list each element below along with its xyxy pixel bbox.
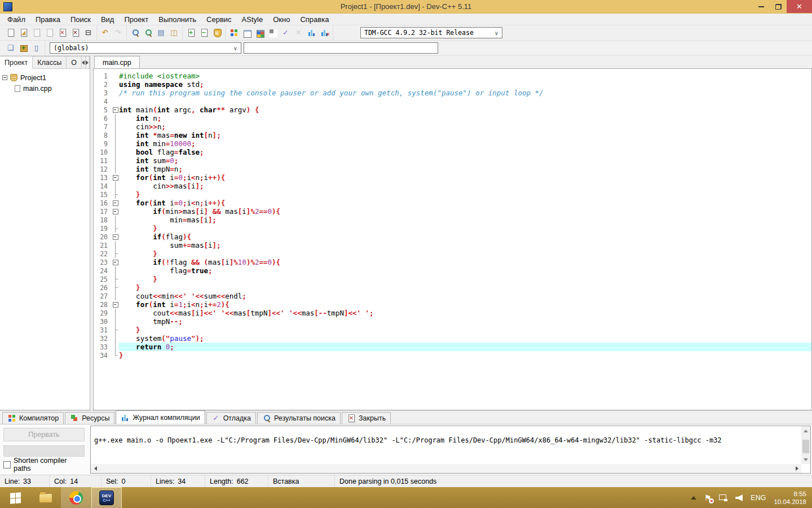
print-button[interactable] xyxy=(82,27,95,40)
code-line-24[interactable]: 24 flag=true; xyxy=(94,266,811,275)
start-button[interactable] xyxy=(0,487,30,508)
devcpp-taskbar-button[interactable]: DEV C++ xyxy=(91,487,122,508)
code-line-6[interactable]: 6 int n; xyxy=(94,114,811,122)
todo-list-button[interactable] xyxy=(210,27,223,40)
code-line-16[interactable]: 16 for(int i=0;i<n;i++){ xyxy=(94,199,811,207)
fold-collapse-icon[interactable] xyxy=(112,233,119,241)
language-indicator[interactable]: ENG xyxy=(751,494,766,502)
fold-collapse-icon[interactable] xyxy=(112,173,119,182)
run-button[interactable] xyxy=(240,27,253,40)
fold-collapse-icon[interactable] xyxy=(112,258,119,266)
tab-compile-log[interactable]: Журнал компиляции xyxy=(116,410,205,424)
goto-line-button[interactable] xyxy=(155,27,167,40)
tab-scroll-left-button[interactable] xyxy=(82,56,86,68)
find-in-files-button[interactable] xyxy=(142,27,155,40)
close-button[interactable]: ✕ xyxy=(787,0,812,13)
compiler-select[interactable]: TDM-GCC 4.9.2 32-bit Release ∨ xyxy=(360,27,502,38)
menu-item-5[interactable]: Проект xyxy=(119,14,153,25)
scroll-thumb[interactable] xyxy=(802,440,809,453)
tab-close[interactable]: Закрыть xyxy=(342,412,391,424)
sidebar-tab-1[interactable]: Проект xyxy=(0,56,33,69)
code-line-25[interactable]: 25 } xyxy=(94,275,811,283)
code-line-32[interactable]: 32 system("pause"); xyxy=(94,334,811,343)
editor-tab-maincpp[interactable]: main.cpp xyxy=(94,56,140,68)
restore-button[interactable] xyxy=(770,0,787,13)
code-line-1[interactable]: 1#include <iostream> xyxy=(94,72,811,80)
close-all-button[interactable] xyxy=(69,27,82,40)
tray-expand-icon[interactable] xyxy=(691,496,696,500)
speaker-icon[interactable] xyxy=(735,494,743,501)
insert-snippet-button[interactable] xyxy=(184,27,197,40)
code-line-8[interactable]: 8 int *mas=new int[n]; xyxy=(94,131,811,139)
menu-item-9[interactable]: Окно xyxy=(268,14,295,25)
log-vertical-scrollbar[interactable] xyxy=(801,426,810,464)
code-line-17[interactable]: 17 if(min>mas[i] && mas[i]%2==0){ xyxy=(94,207,811,216)
code-line-31[interactable]: 31 } xyxy=(94,326,811,334)
tab-debug[interactable]: Отладка xyxy=(206,412,256,424)
close-button[interactable] xyxy=(56,27,69,40)
goto-function-button[interactable] xyxy=(167,27,180,40)
tab-scroll-right-button[interactable] xyxy=(86,56,90,68)
log-horizontal-scrollbar[interactable] xyxy=(91,464,801,473)
globals-select[interactable]: (globals) ∨ xyxy=(50,42,241,54)
compile-and-run-button[interactable] xyxy=(253,27,266,40)
code-line-22[interactable]: 22 } xyxy=(94,249,811,258)
fold-collapse-icon[interactable] xyxy=(112,199,119,207)
close-project-button[interactable] xyxy=(4,42,17,55)
delete-profiling-button[interactable] xyxy=(318,27,331,40)
fold-collapse-icon[interactable] xyxy=(112,106,119,114)
code-line-23[interactable]: 23 if(!flag && (mas[i]%10)%2==0){ xyxy=(94,258,811,266)
code-line-5[interactable]: 5int main(int argc, char** argv) { xyxy=(94,106,811,114)
code-line-26[interactable]: 26 } xyxy=(94,283,811,292)
code-line-30[interactable]: 30 tmpN--; xyxy=(94,317,811,326)
code-line-2[interactable]: 2using namespace std; xyxy=(94,80,811,89)
code-line-9[interactable]: 9 int min=10000; xyxy=(94,139,811,148)
open-file-button[interactable] xyxy=(17,27,30,40)
action-center-flag-icon[interactable]: ⚑✕ xyxy=(704,493,712,502)
tree-row-project[interactable]: Project1 xyxy=(2,72,87,83)
menu-item-1[interactable]: Файл xyxy=(2,14,30,25)
undo-button[interactable] xyxy=(99,27,112,40)
tab-search-results[interactable]: Результаты поиска xyxy=(257,412,341,424)
sidebar-tab-3[interactable]: О xyxy=(67,56,82,68)
menu-item-8[interactable]: AStyle xyxy=(237,14,268,25)
tab-resources[interactable]: Ресурсы xyxy=(65,412,114,424)
network-icon[interactable] xyxy=(719,494,727,501)
minimize-button[interactable] xyxy=(753,0,770,13)
compile-button[interactable] xyxy=(227,27,240,40)
remove-file-from-project-button[interactable] xyxy=(30,42,43,55)
new-file-button[interactable] xyxy=(4,27,17,40)
fold-collapse-icon[interactable] xyxy=(112,300,119,309)
code-line-21[interactable]: 21 sum+=mas[i]; xyxy=(94,241,811,249)
add-file-to-project-button[interactable] xyxy=(17,42,30,55)
find-button[interactable] xyxy=(129,27,142,40)
menu-item-6[interactable]: Выполнить xyxy=(153,14,201,25)
tab-compiler[interactable]: Компилятор xyxy=(2,412,64,424)
shorten-paths-checkbox[interactable] xyxy=(3,461,11,468)
debug-button[interactable] xyxy=(279,27,292,40)
code-line-3[interactable]: 3/* run this program using the console p… xyxy=(94,89,811,97)
members-select[interactable] xyxy=(244,42,438,54)
code-line-28[interactable]: 28 for(int i=1;i<n;i+=2){ xyxy=(94,300,811,309)
code-line-12[interactable]: 12 int tmpN=n; xyxy=(94,165,811,173)
code-line-4[interactable]: 4 xyxy=(94,97,811,106)
toggle-bookmark-button[interactable] xyxy=(197,27,210,40)
rebuild-all-button[interactable] xyxy=(266,27,279,40)
code-line-14[interactable]: 14 cin>>mas[i]; xyxy=(94,182,811,190)
code-line-34[interactable]: 34} xyxy=(94,351,811,360)
taskbar-clock[interactable]: 8:55 10.04.2018 xyxy=(774,490,806,506)
compile-log[interactable]: g++.exe main.o -o Проект1.exe -L"C:/Prog… xyxy=(90,426,811,474)
code-line-10[interactable]: 10 bool flag=false; xyxy=(94,148,811,156)
file-explorer-button[interactable] xyxy=(30,487,61,508)
profile-analysis-button[interactable] xyxy=(305,27,318,40)
scroll-down-icon[interactable] xyxy=(801,455,810,464)
code-line-33[interactable]: 33 return 0; xyxy=(94,343,811,351)
code-line-11[interactable]: 11 int sum=0; xyxy=(94,156,811,165)
collapse-icon[interactable] xyxy=(2,75,7,80)
scroll-left-icon[interactable] xyxy=(91,464,100,473)
code-area[interactable]: 1#include <iostream>2using namespace std… xyxy=(93,68,812,410)
code-line-19[interactable]: 19 } xyxy=(94,224,811,233)
menu-item-7[interactable]: Сервис xyxy=(201,14,237,25)
fold-collapse-icon[interactable] xyxy=(112,207,119,216)
code-line-18[interactable]: 18 min=mas[i]; xyxy=(94,216,811,224)
